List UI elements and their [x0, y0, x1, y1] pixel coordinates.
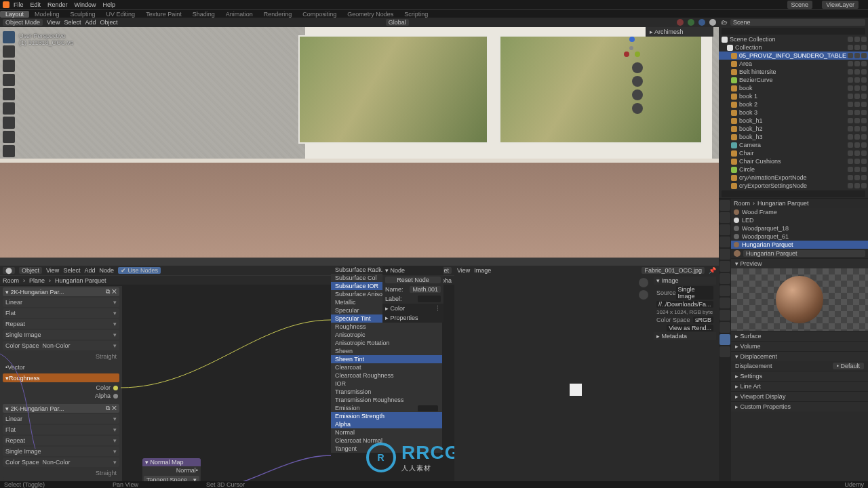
persp-icon[interactable]	[632, 103, 643, 114]
tab-texturepaint[interactable]: Texture Paint	[140, 11, 187, 18]
vp-menu-add[interactable]: Add	[85, 19, 96, 26]
shader-node-editor[interactable]: ⬤ Object View Select Add Node ✔ Use Node…	[0, 266, 454, 481]
tool-addcube-icon[interactable]	[3, 145, 15, 157]
image-texture-node[interactable]: ▾ 2K-Hungarian Par...⧉ ✕ Linear▾ Flat▾ R…	[0, 286, 122, 481]
menu-help[interactable]: Help	[103, 1, 116, 8]
image-editor[interactable]: View Image Fabric_001_OCC.jpg 📌 ▾ Image …	[454, 266, 719, 481]
tool-rotate-icon[interactable]	[3, 74, 15, 86]
mode-dropdown[interactable]: Object Mode	[3, 19, 43, 26]
node-label-input[interactable]	[418, 296, 441, 302]
orientation-dropdown[interactable]: Global	[386, 19, 409, 26]
bc-mat[interactable]: Hungarian Parquet	[55, 277, 106, 284]
shading-rendered-icon[interactable]	[709, 19, 716, 26]
node-name-input[interactable]: Math.001	[410, 286, 441, 293]
pan-icon[interactable]	[632, 76, 643, 87]
panel-customprops[interactable]: ▸ Custom Properties	[731, 401, 868, 411]
prop-tab-object-icon[interactable]	[719, 261, 730, 272]
viewport-canvas[interactable]: User Perspective (1) 111313_OCC.vs	[0, 27, 719, 258]
zoom-icon[interactable]	[632, 62, 643, 73]
panel-displacement[interactable]: ▾ Displacement	[731, 351, 868, 361]
vp-menu-select[interactable]: Select	[64, 19, 81, 26]
nav-gizmo[interactable]	[620, 37, 643, 60]
tab-modeling[interactable]: Modeling	[29, 11, 65, 18]
prop-tab-output-icon[interactable]	[719, 212, 730, 223]
tool-measure-icon[interactable]	[3, 131, 15, 143]
prop-tab-texture-icon[interactable]	[719, 346, 730, 357]
img-source-dropdown[interactable]: Single Image	[676, 286, 713, 300]
displacement-dropdown[interactable]: • Default	[833, 363, 864, 369]
menu-edit[interactable]: Edit	[31, 1, 41, 8]
tab-shading[interactable]: Shading	[187, 11, 220, 18]
panel-preview[interactable]: ▾ Preview	[731, 258, 868, 268]
bc-room[interactable]: Room	[3, 277, 19, 284]
roughness-node-header[interactable]: ▾ Roughness	[3, 373, 119, 382]
use-nodes-toggle[interactable]: ✔ Use Nodes	[118, 267, 161, 274]
menu-window[interactable]: Window	[75, 1, 96, 8]
ne-menu-select[interactable]: Select	[63, 267, 80, 274]
tool-cursor-icon[interactable]	[3, 45, 15, 58]
interp-dropdown[interactable]: Linear▾	[3, 298, 119, 307]
tab-scripting[interactable]: Scripting	[399, 11, 433, 18]
tool-select-icon[interactable]	[3, 31, 15, 43]
bc-plane[interactable]: Plane	[29, 277, 45, 284]
tool-scale-icon[interactable]	[3, 88, 15, 100]
tool-transform-icon[interactable]	[3, 102, 15, 115]
scene-dropdown[interactable]: Scene	[787, 1, 813, 9]
tool-move-icon[interactable]	[3, 60, 15, 72]
vp-menu-view[interactable]: View	[47, 19, 60, 26]
ne-menu-add[interactable]: Add	[84, 267, 95, 274]
prop-tab-material-icon[interactable]	[719, 334, 730, 345]
prop-tab-scene-icon[interactable]	[719, 237, 730, 247]
prop-tab-viewlayer-icon[interactable]	[719, 224, 730, 235]
vp-menu-object[interactable]: Object	[100, 19, 117, 26]
outliner[interactable]: 🗁Scene Scene Collection Collection 05_PR…	[719, 18, 868, 199]
prop-tab-modifier-icon[interactable]	[719, 273, 730, 284]
colorspace-dropdown[interactable]: Color Space Non-Color▾	[3, 341, 119, 350]
image-file-dropdown[interactable]: Fabric_001_OCC.jpg	[642, 267, 705, 274]
tab-compositing[interactable]: Compositing	[297, 11, 342, 18]
menu-render[interactable]: Render	[47, 1, 68, 8]
im-menu-image[interactable]: Image	[474, 267, 491, 274]
shading-solid-icon[interactable]	[688, 19, 694, 26]
panel-viewportdisplay[interactable]: ▸ Viewport Display	[731, 391, 868, 401]
img-colorspace-dropdown[interactable]: sRGB	[693, 317, 713, 323]
material-slot-list[interactable]: Wood Frame LED Woodparquet_18 Woodparque…	[731, 208, 868, 249]
tab-rendering[interactable]: Rendering	[258, 11, 298, 18]
im-zoom-icon[interactable]	[639, 278, 648, 287]
ext-dropdown[interactable]: Repeat▾	[3, 319, 119, 329]
proj-dropdown[interactable]: Flat▾	[3, 308, 119, 318]
prop-tab-constraint-icon[interactable]	[719, 310, 730, 321]
npanel-header[interactable]: ▸ Archimesh	[646, 27, 713, 37]
ne-menu-node[interactable]: Node	[99, 267, 114, 274]
src-dropdown[interactable]: Single Image▾	[3, 330, 119, 340]
tool-annotate-icon[interactable]	[3, 117, 15, 129]
reset-node-button[interactable]: Reset Node	[385, 277, 441, 283]
panel-volume[interactable]: ▸ Volume	[731, 341, 868, 351]
menu-file[interactable]: File	[14, 1, 24, 8]
prop-tab-mesh-icon[interactable]	[719, 322, 730, 333]
prop-tab-particle-icon[interactable]	[719, 285, 730, 296]
panel-settings[interactable]: ▸ Settings	[731, 371, 868, 381]
normal-map-node[interactable]: ▾ Normal Map Normal • Tangent Space▾	[142, 458, 201, 481]
n-panel[interactable]: ▸ Archimesh	[646, 27, 713, 37]
tab-animation[interactable]: Animation	[220, 11, 258, 18]
outliner-filter-input[interactable]	[722, 28, 865, 35]
im-pin-icon[interactable]: 📌	[709, 267, 716, 274]
panel-surface[interactable]: ▸ Surface	[731, 331, 868, 341]
shading-wire-icon[interactable]	[677, 19, 684, 26]
ne-menu-view[interactable]: View	[46, 267, 59, 274]
tab-layout[interactable]: Layout	[0, 11, 29, 18]
im-pan-icon[interactable]	[639, 290, 648, 300]
outliner-filter2-input[interactable]	[722, 190, 865, 197]
camera-icon[interactable]	[632, 89, 643, 100]
img-path-input[interactable]: //../Downloads/Fa...	[656, 301, 713, 308]
viewlayer-dropdown[interactable]: ViewLayer	[822, 1, 859, 9]
prop-tab-render-icon[interactable]	[719, 200, 730, 211]
tab-geometrynodes[interactable]: Geometry Nodes	[342, 11, 399, 18]
material-name-input[interactable]: Hungarian Parquet	[743, 250, 865, 257]
shading-matprev-icon[interactable]	[698, 19, 705, 26]
tab-uvediting[interactable]: UV Editing	[101, 11, 141, 18]
3d-viewport[interactable]: Object Mode View Select Add Object Globa…	[0, 18, 719, 266]
prop-tab-physics-icon[interactable]	[719, 298, 730, 308]
prop-tab-world-icon[interactable]	[719, 249, 730, 260]
